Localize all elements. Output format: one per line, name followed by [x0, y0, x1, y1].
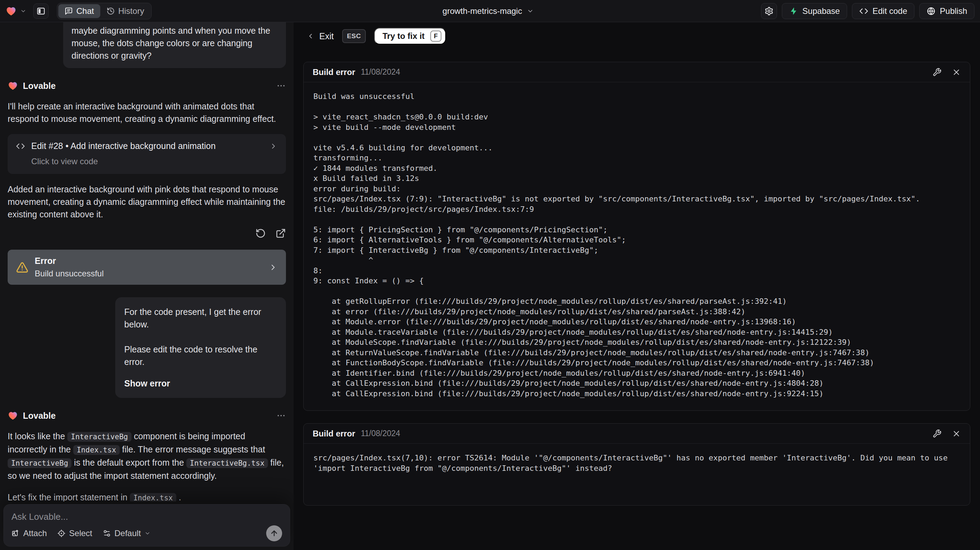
preview-panel: Exit ESC Try to fix it F Build error 11/… [294, 22, 980, 550]
user-error-line-1: For the code present, I get the error be… [124, 306, 277, 330]
composer-toolbar: Attach Select Default [11, 525, 282, 541]
show-error-link[interactable]: Show error [124, 377, 277, 390]
chat-panel: maybe diagramming points and when you mo… [0, 22, 294, 550]
assistant-summary-text: Added an interactive background with pin… [8, 183, 286, 220]
build-error-panel-2-header: Build error 11/08/2024 [304, 424, 970, 444]
send-button[interactable] [266, 525, 282, 541]
top-bar: Chat History growth-metrics-magic Supaba… [0, 0, 980, 22]
attach-button[interactable]: Attach [11, 528, 47, 538]
error-card-subtitle: Build unsuccessful [35, 269, 104, 279]
user-message-text: maybe diagramming points and when you mo… [72, 26, 270, 61]
wrench-icon[interactable] [932, 429, 942, 438]
exit-label: Exit [319, 31, 334, 41]
chat-composer: Attach Select Default [3, 504, 290, 547]
assistant-message-header: Lovable [8, 410, 286, 421]
sliders-icon [103, 529, 111, 537]
build-error-panel-actions [932, 68, 961, 77]
arrow-up-icon [270, 529, 278, 537]
top-bar-left: Chat History [6, 3, 152, 19]
lovable-heart-icon[interactable] [6, 6, 17, 17]
build-error-log[interactable]: Build was unsuccessful > vite_react_shad… [304, 82, 970, 410]
lovable-avatar-heart-icon [8, 410, 18, 421]
globe-icon [927, 6, 935, 16]
build-error-date: 11/08/2024 [361, 429, 400, 438]
chat-history-segmented-control: Chat History [57, 3, 152, 19]
supabase-label: Supabase [802, 6, 840, 16]
message-menu-ellipsis-icon[interactable] [276, 411, 286, 421]
user-error-line-2: Please edit the code to resolve the erro… [124, 343, 277, 368]
attach-label: Attach [23, 528, 47, 538]
locate-icon [57, 529, 65, 537]
sidebar-toggle-button[interactable] [33, 3, 49, 19]
project-switcher[interactable]: growth-metrics-magic [442, 0, 534, 22]
edit-code-button[interactable]: Edit code [852, 3, 915, 19]
chevron-right-icon [269, 142, 278, 150]
close-icon[interactable] [952, 429, 961, 438]
publish-label: Publish [940, 6, 967, 16]
error-card-text: Error Build unsuccessful [35, 256, 104, 279]
supabase-button[interactable]: Supabase [782, 3, 847, 19]
chevron-left-icon [307, 32, 314, 40]
message-square-icon [65, 7, 73, 15]
main-area: maybe diagramming points and when you mo… [0, 22, 980, 550]
app-window: Chat History growth-metrics-magic Supaba… [0, 0, 980, 550]
mode-label: Default [115, 528, 141, 538]
assistant-fix-paragraph-2: Let's fix the import statement in Index.… [8, 491, 286, 501]
chevron-down-icon [144, 530, 151, 536]
chevron-right-icon [269, 263, 278, 272]
assistant-fix-paragraph-1: It looks like the InteractiveBg componen… [8, 430, 286, 482]
build-error-panel-actions [932, 429, 961, 438]
edit-card-28-subtitle: Click to view code [31, 156, 278, 166]
publish-button[interactable]: Publish [919, 3, 974, 19]
build-error-panel-1: Build error 11/08/2024 Build was unsucce… [303, 62, 970, 411]
message-action-row [8, 228, 286, 239]
exit-button[interactable]: Exit [307, 31, 334, 41]
close-icon[interactable] [952, 68, 961, 77]
wrench-icon[interactable] [932, 68, 942, 77]
code-brackets-icon [859, 6, 868, 16]
open-preview-external-link-icon[interactable] [275, 228, 286, 239]
error-card-title: Error [35, 256, 104, 266]
build-error-date: 11/08/2024 [361, 67, 400, 77]
logo-chevron-down-icon[interactable] [20, 8, 26, 14]
build-error-log[interactable]: src/pages/Index.tsx(7,10): error TS2614:… [304, 444, 970, 505]
select-label: Select [69, 528, 92, 538]
restore-icon[interactable] [255, 228, 266, 239]
assistant-name: Lovable [23, 81, 56, 91]
build-error-title: Build error [313, 429, 355, 438]
gear-icon [765, 6, 773, 16]
user-message-bubble: maybe diagramming points and when you mo… [63, 22, 286, 68]
code-brackets-icon [16, 142, 25, 151]
project-name: growth-metrics-magic [442, 6, 522, 16]
assistant-name: Lovable [23, 411, 56, 421]
settings-button[interactable] [761, 3, 777, 19]
build-error-panel-2: Build error 11/08/2024 src/pages/Index.t… [303, 423, 970, 505]
tab-history-label: History [118, 6, 144, 16]
tab-history[interactable]: History [100, 4, 151, 18]
tab-chat-label: Chat [76, 6, 94, 16]
image-upload-icon [11, 529, 20, 537]
edit-card-28[interactable]: Edit #28 • Add interactive background an… [8, 134, 286, 174]
chat-input[interactable] [11, 512, 282, 522]
panel-left-icon [37, 6, 45, 16]
assistant-message-header: Lovable [8, 81, 286, 91]
build-error-card[interactable]: Error Build unsuccessful [8, 250, 286, 285]
edit-card-28-title: Edit #28 • Add interactive background an… [31, 141, 215, 151]
supabase-bolt-icon [789, 6, 798, 16]
top-bar-right: Supabase Edit code Publish [761, 3, 974, 19]
chat-scroll-area[interactable]: maybe diagramming points and when you mo… [0, 22, 294, 501]
esc-key-badge: ESC [342, 29, 366, 43]
select-button[interactable]: Select [57, 528, 92, 538]
tab-chat[interactable]: Chat [58, 4, 100, 18]
f-key-badge: F [430, 30, 441, 41]
preview-header: Exit ESC Try to fix it F [294, 22, 980, 50]
message-menu-ellipsis-icon[interactable] [276, 81, 286, 91]
build-error-title: Build error [313, 67, 355, 77]
try-to-fix-button[interactable]: Try to fix it F [374, 28, 445, 45]
lovable-avatar-heart-icon [8, 81, 18, 91]
mode-dropdown[interactable]: Default [103, 528, 151, 538]
edit-card-28-row: Edit #28 • Add interactive background an… [16, 141, 278, 151]
history-clock-icon [107, 7, 115, 15]
user-error-message-bubble: For the code present, I get the error be… [115, 297, 286, 398]
assistant-intro-text: I'll help create an interactive backgrou… [8, 100, 286, 125]
